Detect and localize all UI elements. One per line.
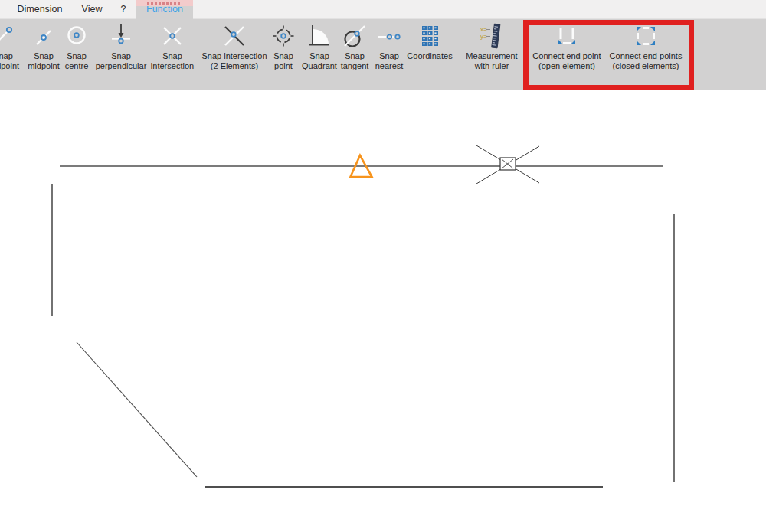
- button-label: Coordinates: [407, 51, 452, 61]
- connect-end-point-open-button[interactable]: Connect end point (open element): [524, 22, 610, 70]
- snap-midpoint-icon: [30, 22, 57, 50]
- button-label: Snap tangent: [341, 51, 369, 70]
- measurement-with-ruler-button[interactable]: x= y= Measurement with ruler: [457, 22, 527, 70]
- ribbon-tab-bar: Dimension View ? Function: [0, 0, 766, 19]
- button-label: Snap centre: [65, 51, 89, 70]
- drawing-canvas-area[interactable]: [0, 91, 766, 532]
- snap-intersection-2-elements-button[interactable]: Snap intersection (2 Elements): [195, 22, 273, 70]
- button-label: Snap nearest: [375, 51, 404, 70]
- snap-tangent-button[interactable]: Snap tangent: [335, 22, 375, 70]
- button-label: Connect end point (open element): [532, 51, 601, 70]
- ribbon-toolbar: Snap endpoint Snap midpoint Snap centre: [0, 19, 766, 90]
- measurement-ruler-icon: x= y=: [478, 22, 506, 50]
- button-label: Snap intersection (2 Elements): [202, 51, 267, 70]
- drawing-canvas[interactable]: [0, 91, 766, 532]
- snap-quadrant-icon: [306, 22, 333, 50]
- snap-perpendicular-icon: [107, 22, 135, 50]
- button-label: Snap Quadrant: [302, 51, 337, 70]
- contextual-tab-strip: [136, 0, 193, 6]
- snap-intersection-button[interactable]: Snap intersection: [141, 22, 204, 70]
- coordinates-icon: [416, 22, 444, 50]
- snap-point-icon: [270, 22, 297, 50]
- snap-tangent-icon: [341, 22, 368, 50]
- drawing-line: [77, 342, 197, 477]
- tab-view[interactable]: View: [75, 0, 109, 19]
- snap-nearest-icon: [375, 22, 403, 50]
- clipped-contextual-label: [147, 2, 182, 5]
- snap-endpoint-icon: [0, 22, 17, 50]
- button-label: Snap midpoint: [28, 51, 60, 70]
- coordinates-button[interactable]: Coordinates: [401, 22, 459, 61]
- snap-intersection-icon: [159, 22, 186, 50]
- snap-intersection-2-elements-icon: [221, 22, 248, 50]
- button-label: Connect end points (closed elements): [610, 51, 683, 70]
- connect-end-points-closed-button[interactable]: Connect end points (closed elements): [602, 22, 689, 70]
- connect-open-element-icon: [553, 22, 581, 50]
- svg-text:x=: x=: [480, 26, 487, 33]
- connect-closed-elements-icon: [632, 22, 660, 50]
- button-label: Snap perpendicular: [96, 51, 147, 70]
- tab-dimension[interactable]: Dimension: [13, 0, 67, 19]
- tab-help[interactable]: ?: [115, 0, 132, 19]
- button-label: Measurement with ruler: [466, 51, 517, 70]
- svg-text:y=: y=: [480, 33, 487, 40]
- button-label: Snap point: [273, 51, 293, 70]
- button-label: Snap intersection: [151, 51, 194, 70]
- button-label: Snap endpoint: [0, 51, 19, 70]
